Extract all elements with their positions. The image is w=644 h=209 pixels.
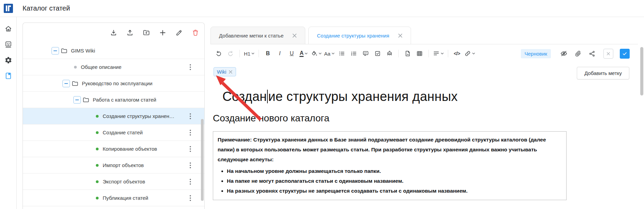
tree-row-folder[interactable]: GIMS Wiki [23, 43, 204, 59]
row-menu-kebab-icon[interactable] [187, 162, 193, 169]
toolbar-divider [448, 50, 448, 57]
delete-trash-icon[interactable] [191, 29, 200, 37]
editor-tab-bar: Добавление метки к статье Создание струк… [210, 27, 638, 44]
article-editor-panel: H1 B I U A Aa </> Черновик Wiki Добави [210, 44, 638, 209]
add-folder-icon[interactable] [142, 29, 150, 37]
note-list: На начальном уровне должны размещаться т… [218, 166, 562, 196]
knowledge-base-book-icon[interactable] [4, 72, 12, 80]
catalog-tree-panel: GIMS Wiki Общее описание Руководство по … [23, 23, 205, 209]
page-title: Каталог статей [23, 4, 70, 12]
bold-button[interactable]: B [263, 49, 273, 58]
tree-row-folder[interactable]: Работа с каталогом статей [23, 92, 204, 108]
toolbar-divider [259, 50, 259, 57]
export-upload-icon[interactable] [126, 29, 134, 37]
text-color-button[interactable]: A [299, 49, 308, 58]
bullet-list-icon[interactable] [337, 49, 347, 58]
toolbar-divider [398, 50, 399, 57]
nav-rail [0, 17, 17, 209]
chevron-down-icon [251, 53, 254, 55]
tree-scrollbar-thumb[interactable] [201, 119, 204, 201]
chevron-down-icon [472, 53, 475, 55]
code-button[interactable]: </> [452, 49, 462, 58]
tree-row-article[interactable]: Общее описание [23, 59, 204, 75]
draft-status-badge: Черновик [521, 49, 551, 58]
heading-select[interactable]: H1 [244, 49, 254, 58]
undo-icon[interactable] [214, 49, 223, 58]
top-bar: Каталог статей [0, 0, 644, 17]
row-menu-kebab-icon[interactable] [187, 129, 193, 136]
checklist-icon[interactable] [373, 49, 382, 58]
underline-button[interactable]: U [287, 49, 296, 58]
numbered-list-icon[interactable] [349, 49, 358, 58]
tree-item-label: Создание статей [103, 130, 143, 135]
tree-row-article[interactable]: Копирование объектов [23, 141, 204, 157]
close-editor-button[interactable] [603, 49, 613, 59]
page-scrollbar-thumb[interactable] [640, 47, 643, 95]
home-icon[interactable] [4, 25, 12, 33]
visibility-off-icon[interactable] [559, 49, 568, 58]
tree-item-label: Общее описание [81, 64, 121, 70]
row-menu-kebab-icon[interactable] [187, 63, 193, 71]
note-bullet-item: На начальном уровне должны размещаться т… [227, 166, 562, 176]
collapse-minus-icon[interactable] [73, 96, 81, 104]
row-menu-kebab-icon[interactable] [187, 194, 193, 202]
collapse-minus-icon[interactable] [62, 80, 70, 87]
tab-close-icon[interactable] [292, 33, 297, 38]
confirm-check-button[interactable] [620, 49, 630, 59]
tree-item-label: Руководство по эксплуатации [82, 80, 152, 86]
add-item-plus-icon[interactable] [159, 29, 167, 37]
insert-table-icon[interactable] [415, 49, 424, 58]
tab-add-label-to-article[interactable]: Добавление метки к статье [210, 27, 305, 44]
tree-item-label: Публикация статей [103, 195, 148, 201]
attach-paperclip-icon[interactable] [573, 49, 582, 58]
edit-pencil-icon[interactable] [175, 29, 183, 37]
tree-row-article-selected[interactable]: Создание структуры хранен… [23, 108, 204, 124]
tree-row-article[interactable]: Импорт объектов [23, 157, 204, 174]
tree-item-label: Работа с каталогом статей [93, 97, 156, 103]
row-menu-kebab-icon[interactable] [187, 113, 193, 120]
wiki-tag-chip[interactable]: Wiki [214, 67, 236, 76]
folder-icon [72, 80, 78, 87]
article-bullet [74, 66, 77, 69]
share-icon[interactable] [587, 49, 596, 58]
tree-row-article[interactable]: Публикация статей [23, 190, 204, 206]
tab-label: Добавление метки к статье [219, 33, 283, 39]
app-logo-icon[interactable] [4, 4, 13, 13]
chevron-down-icon [305, 53, 308, 55]
tag-label: Wiki [217, 69, 226, 75]
row-menu-kebab-icon[interactable] [187, 178, 193, 185]
italic-button[interactable]: I [275, 49, 284, 58]
quote-bubble-icon[interactable] [361, 49, 370, 58]
tab-close-icon[interactable] [398, 33, 402, 38]
clear-format-broom-icon[interactable] [385, 49, 394, 58]
add-tag-button[interactable]: Добавить метку [577, 67, 629, 79]
row-menu-kebab-icon[interactable] [187, 145, 193, 153]
text-case-button[interactable]: Aa [324, 49, 334, 58]
tree-item-label: GIMS Wiki [71, 48, 95, 54]
article-bullet [96, 164, 99, 167]
tab-label: Создание структуры хранения [317, 33, 389, 39]
import-download-icon[interactable] [109, 29, 118, 37]
highlight-color-bucket-icon[interactable] [311, 49, 322, 58]
tab-storage-structure[interactable]: Создание структуры хранения [308, 27, 411, 44]
tree-row-article[interactable]: Экспорт объектов [23, 174, 204, 190]
note-bullet-item: На разных уровнях структуры не запрещает… [227, 186, 562, 196]
insert-image-icon[interactable] [403, 49, 412, 58]
redo-icon[interactable] [226, 49, 235, 58]
editor-toolbar: H1 B I U A Aa </> Черновик [210, 44, 638, 63]
tree-row-article[interactable]: Создание статей [23, 124, 204, 141]
article-title[interactable]: Создание структуры хранения данных [222, 89, 638, 104]
settings-gear-icon[interactable] [4, 56, 12, 64]
link-icon[interactable] [464, 49, 475, 58]
align-select[interactable] [433, 49, 444, 58]
tree-row-folder[interactable]: Руководство по эксплуатации [23, 75, 204, 92]
note-callout[interactable]: Примечание: Структура хранения данных в … [213, 131, 567, 200]
articles-icon[interactable] [4, 40, 12, 48]
tags-row: Wiki Добавить метку [210, 63, 638, 80]
article-bullet [96, 197, 99, 199]
toolbar-divider [428, 50, 429, 57]
collapse-minus-icon[interactable] [52, 47, 59, 55]
remove-tag-icon[interactable] [229, 70, 233, 74]
tree-item-label: Создание структуры хранен… [103, 113, 174, 119]
article-subtitle[interactable]: Создание нового каталога [213, 113, 638, 124]
